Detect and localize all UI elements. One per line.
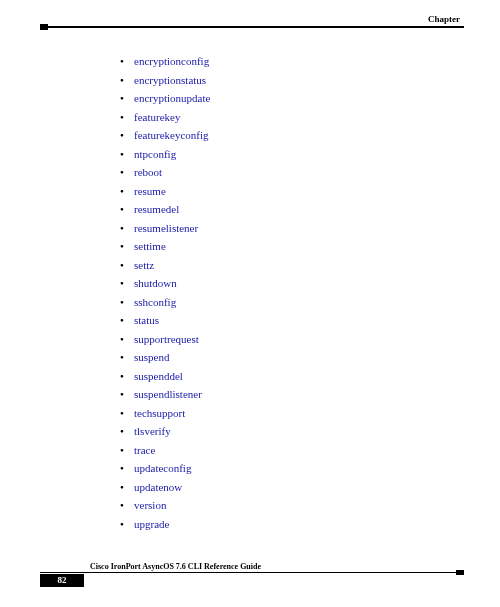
content-area: encryptionconfig encryptionstatus encryp… [120, 52, 440, 533]
list-item[interactable]: featurekey [120, 108, 440, 127]
list-item[interactable]: resume [120, 182, 440, 201]
list-item[interactable]: resumedel [120, 200, 440, 219]
list-item[interactable]: sshconfig [120, 293, 440, 312]
footer-rule [40, 572, 464, 573]
list-item[interactable]: supportrequest [120, 330, 440, 349]
header-rule [40, 26, 464, 28]
list-item[interactable]: encryptionconfig [120, 52, 440, 71]
list-item[interactable]: shutdown [120, 274, 440, 293]
list-item[interactable]: status [120, 311, 440, 330]
list-item[interactable]: encryptionstatus [120, 71, 440, 90]
list-item[interactable]: upgrade [120, 515, 440, 534]
list-item[interactable]: techsupport [120, 404, 440, 423]
list-item[interactable]: ntpconfig [120, 145, 440, 164]
list-item[interactable]: suspendlistener [120, 385, 440, 404]
document-page: Chapter encryptionconfig encryptionstatu… [0, 0, 500, 607]
list-item[interactable]: trace [120, 441, 440, 460]
list-item[interactable]: encryptionupdate [120, 89, 440, 108]
list-item[interactable]: updateconfig [120, 459, 440, 478]
list-item[interactable]: version [120, 496, 440, 515]
list-item[interactable]: settz [120, 256, 440, 275]
list-item[interactable]: reboot [120, 163, 440, 182]
list-item[interactable]: suspend [120, 348, 440, 367]
chapter-label: Chapter [428, 14, 460, 24]
list-item[interactable]: featurekeyconfig [120, 126, 440, 145]
list-item[interactable]: settime [120, 237, 440, 256]
list-item[interactable]: resumelistener [120, 219, 440, 238]
page-number-tab: 82 [40, 574, 84, 587]
command-list: encryptionconfig encryptionstatus encryp… [120, 52, 440, 533]
footer-doc-title: Cisco IronPort AsyncOS 7.6 CLI Reference… [90, 562, 261, 571]
list-item[interactable]: suspenddel [120, 367, 440, 386]
list-item[interactable]: updatenow [120, 478, 440, 497]
list-item[interactable]: tlsverify [120, 422, 440, 441]
